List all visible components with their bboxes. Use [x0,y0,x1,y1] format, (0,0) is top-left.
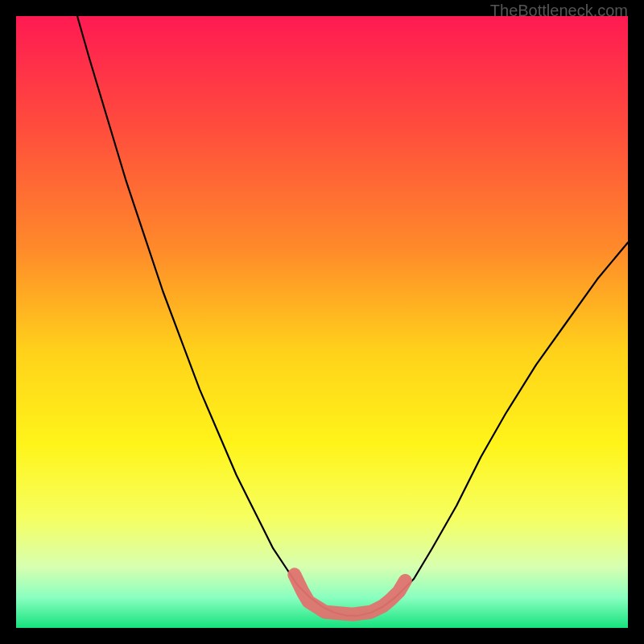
chart-frame: TheBottleneck.com [0,0,644,644]
chart-background [16,16,628,628]
chart-plot [16,16,628,628]
